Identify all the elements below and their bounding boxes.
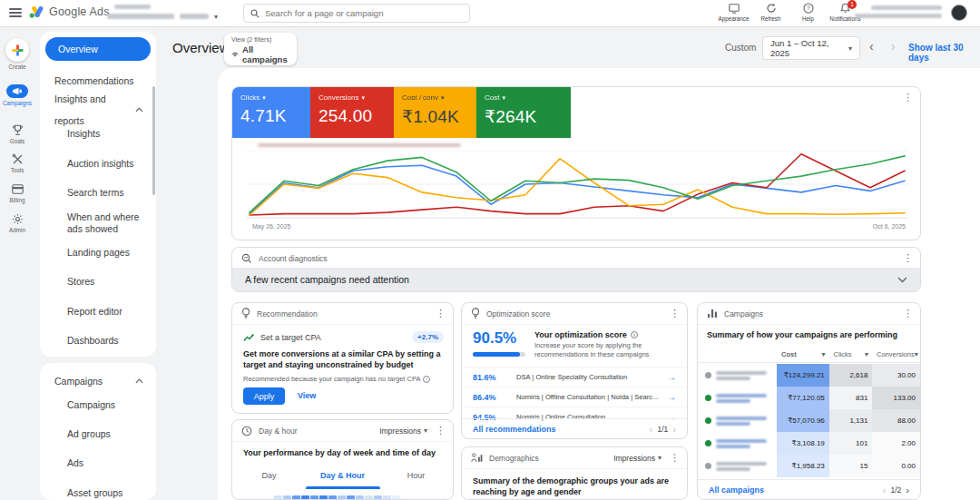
metric-caret-icon[interactable]: ▾ <box>262 94 266 102</box>
arrow-right-icon[interactable]: → <box>667 392 676 402</box>
metric-tiles: Clicks▾ 4.71K Conversions▾ 254.00 Cost /… <box>232 87 920 138</box>
hamburger-menu-icon[interactable] <box>9 8 22 18</box>
conversions-cell: 0.00 <box>872 455 920 477</box>
metric-caret-icon[interactable]: ▾ <box>441 94 445 102</box>
google-ads-logo-icon <box>29 5 44 18</box>
global-search[interactable] <box>243 4 470 23</box>
demographics-menu-button[interactable]: ⋮ <box>670 452 680 464</box>
all-campaigns-link[interactable]: All campaigns <box>709 485 764 495</box>
heatmap-preview <box>274 495 400 500</box>
campaigns-menu-button[interactable]: ⋮ <box>903 308 913 319</box>
metric-card-conversions[interactable]: Conversions▾ 254.00 <box>310 87 394 138</box>
pager-prev-icon[interactable]: ‹ <box>650 424 653 435</box>
pager-prev-icon[interactable]: ‹ <box>883 485 887 495</box>
notifications-button[interactable]: 1 Notifications <box>827 2 864 22</box>
refresh-button[interactable]: Refresh <box>752 2 789 22</box>
help-button[interactable]: ? Help <box>789 2 827 22</box>
sort-caret-icon: ▾ <box>915 350 918 358</box>
cost-cell: ₹57,070.96 <box>777 409 829 432</box>
google-ads-logo[interactable]: Google Ads <box>29 5 110 18</box>
show-last-30-days-link[interactable]: Show last 30 days <box>908 43 980 63</box>
campaigns-table-header: Cost▾ Clicks▾ Conversions▾ <box>698 347 920 363</box>
nav-item-ad-groups[interactable]: Ad groups <box>40 425 156 443</box>
diagnostics-alert-banner[interactable]: A few recent campaigns need attention <box>232 268 920 291</box>
account-selector[interactable]: ▾ <box>107 4 220 24</box>
campaign-table-row[interactable]: ₹3,108.19 101 2.00 <box>698 432 920 455</box>
redacted-campaign-name <box>716 417 767 426</box>
info-icon[interactable]: i <box>423 376 430 383</box>
tab-hour[interactable]: Hour <box>379 464 453 489</box>
rail-item-goals[interactable]: Goals <box>0 123 34 144</box>
campaign-table-row[interactable]: ₹1,958.23 15 0.00 <box>698 455 920 477</box>
column-header-cost[interactable]: Cost▾ <box>777 350 828 358</box>
demographics-metric-select[interactable]: Impressions▾ <box>613 454 662 463</box>
campaign-table-row[interactable]: ₹124,299.21 2,618 30.00 <box>698 364 920 387</box>
nav-item-stores[interactable]: Stores <box>40 272 156 290</box>
bar-chart-icon <box>707 309 718 319</box>
notification-badge: 1 <box>848 0 857 9</box>
nav-item-search-terms[interactable]: Search terms <box>40 183 156 201</box>
account-caret-icon: ▾ <box>214 13 218 21</box>
nav-item-overview-active[interactable]: Overview <box>45 37 151 61</box>
dayhour-menu-button[interactable]: ⋮ <box>436 425 446 436</box>
nav-section-insights-reports[interactable]: Insights and reports <box>40 99 156 121</box>
nav-item-when-where-ads-showed[interactable]: When and where ads showed <box>40 210 156 237</box>
diagnostics-menu-button[interactable]: ⋮ <box>903 252 913 264</box>
arrow-right-icon[interactable]: → <box>667 372 676 382</box>
campaign-table-row[interactable]: ₹77,120.05 831 133.00 <box>698 387 920 409</box>
rail-item-campaigns[interactable]: Campaigns <box>0 84 34 106</box>
info-icon[interactable]: i <box>631 331 638 338</box>
date-prev-button[interactable]: ‹ <box>869 39 874 54</box>
rail-item-billing[interactable]: Billing <box>0 182 34 203</box>
view-filter-chip[interactable]: View (2 filters) All campaigns <box>224 33 297 65</box>
top-app-bar: Google Ads ▾ Appearance <box>0 0 980 27</box>
nav-item-campaigns[interactable]: Campaigns <box>40 396 156 414</box>
all-recommendations-link[interactable]: All recommendations <box>473 425 556 434</box>
nav-item-landing-pages[interactable]: Landing pages <box>40 243 156 261</box>
trend-line-chart[interactable] <box>246 147 908 223</box>
nav-item-dashboards[interactable]: Dashboards <box>40 331 156 349</box>
tab-day-and-hour[interactable]: Day & Hour <box>306 464 379 489</box>
apply-button[interactable]: Apply <box>243 387 285 405</box>
nav-item-report-editor[interactable]: Report editor <box>40 302 156 320</box>
campaign-score-row[interactable]: 86.4% Nomiris | Offline Consultation | N… <box>462 387 687 407</box>
create-button[interactable]: Create <box>0 38 34 70</box>
optimization-menu-button[interactable]: ⋮ <box>670 308 680 319</box>
appearance-button[interactable]: Appearance <box>715 2 752 22</box>
cost-cell: ₹3,108.19 <box>777 432 829 455</box>
metric-caret-icon[interactable]: ▾ <box>502 94 505 102</box>
nav-item-insights[interactable]: Insights <box>40 124 156 142</box>
conversions-cell: 88.00 <box>872 409 920 432</box>
avatar[interactable] <box>951 5 967 21</box>
metric-card-cost[interactable]: Cost▾ ₹264K <box>476 87 571 138</box>
metric-card-clicks[interactable]: Clicks▾ 4.71K <box>232 87 310 138</box>
rail-item-tools[interactable]: Tools <box>0 152 34 173</box>
view-recommendation-link[interactable]: View <box>298 391 316 400</box>
pager-next-icon[interactable]: › <box>906 485 909 495</box>
caret-down-icon: ▾ <box>424 426 427 435</box>
nav-scrollbar[interactable] <box>152 86 155 195</box>
rail-item-admin[interactable]: Admin <box>0 212 34 233</box>
campaign-table-row[interactable]: ₹57,070.96 1,131 88.00 <box>698 409 920 432</box>
refresh-icon <box>752 2 789 15</box>
recommendation-menu-button[interactable]: ⋮ <box>436 308 446 319</box>
column-header-clicks[interactable]: Clicks▾ <box>828 350 872 358</box>
nav-section-campaigns[interactable]: Campaigns <box>40 370 156 392</box>
nav-item-asset-groups[interactable]: Asset groups <box>40 484 156 500</box>
chart-card-menu-button[interactable]: ⋮ <box>903 92 913 103</box>
search-input[interactable] <box>265 8 463 18</box>
column-header-conversions[interactable]: Conversions▾ <box>872 350 920 358</box>
metric-caret-icon[interactable]: ▾ <box>361 94 365 102</box>
tab-day[interactable]: Day <box>232 464 306 489</box>
pager-next-icon[interactable]: › <box>672 424 676 435</box>
performance-chart-card: Clicks▾ 4.71K Conversions▾ 254.00 Cost /… <box>231 86 921 240</box>
date-range-picker[interactable]: Jun 1 – Oct 12, 2025 ▾ <box>762 36 860 60</box>
nav-item-auction-insights[interactable]: Auction insights <box>40 154 156 172</box>
date-next-button[interactable]: › <box>891 39 896 54</box>
chevron-down-icon[interactable] <box>897 277 907 283</box>
clock-icon <box>241 426 252 436</box>
nav-item-ads[interactable]: Ads <box>40 454 156 472</box>
dayhour-metric-select[interactable]: Impressions▾ <box>379 426 427 436</box>
metric-card-cost-per-conv[interactable]: Cost / conv▾ ₹1.04K <box>394 87 476 138</box>
campaign-score-row[interactable]: 81.6% DSA | Online Speciality Consultati… <box>462 367 687 387</box>
